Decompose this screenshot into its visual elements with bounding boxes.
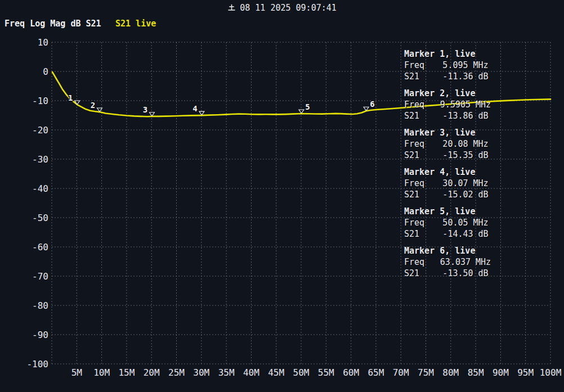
marker-freq-row: Freq63.037 MHz [404,256,522,268]
x-axis-tick-label: 25M [168,367,185,378]
marker-s21-row: S21-15.02 dB [404,189,522,200]
marker-block: Marker 3, liveFreq20.08 MHzS21-15.35 dB [404,127,522,161]
x-axis-tick-label: 60M [343,367,359,378]
x-axis-tick-label: 45M [268,367,284,378]
y-axis-tick-label: -40 [32,183,48,194]
x-axis-tick-label: 35M [218,367,235,378]
freq-value: 30.07 MHz [436,178,495,189]
y-axis-tick-label: -70 [32,271,48,282]
s21-label: S21 [404,110,436,121]
marker-block: Marker 1, liveFreq5.095 MHzS21-11.36 dB [404,48,522,82]
y-axis-tick-label: -20 [32,125,48,136]
marker-s21-row: S21-14.43 dB [404,228,522,240]
marker-s21-row: S21-11.36 dB [404,71,522,82]
x-axis-tick-label: 30M [193,367,209,378]
marker-readout-panel: Marker 1, liveFreq5.095 MHzS21-11.36 dBM… [404,48,522,285]
trace-markers: 123456 [68,93,375,116]
marker-block: Marker 5, liveFreq50.05 MHzS21-14.43 dB [404,206,522,240]
marker-title: Marker 3, live [404,127,522,138]
s21-label: S21 [404,228,436,240]
s21-label: S21 [404,71,436,82]
marker-triangle[interactable] [299,110,304,114]
marker-number[interactable]: 6 [370,100,374,109]
marker-block: Marker 4, liveFreq30.07 MHzS21-15.02 dB [404,166,522,200]
datetime-display: 08 11 2025 09:07:41 [0,3,564,13]
marker-freq-row: Freq20.08 MHz [404,138,522,150]
x-axis-tick-label: 65M [368,367,384,378]
weekday-saturday-kanji-icon [227,3,236,12]
marker-freq-row: Freq30.07 MHz [404,178,522,189]
x-axis-tick-label: 5M [71,367,82,378]
marker-freq-row: Freq50.05 MHz [404,217,522,228]
freq-label: Freq [404,60,436,71]
marker-title: Marker 4, live [404,166,522,178]
x-axis-tick-label: 40M [243,367,259,378]
s21-value: -11.36 dB [436,71,495,82]
marker-title: Marker 6, live [404,245,522,256]
marker-number[interactable]: 3 [143,105,147,114]
marker-freq-row: Freq5.095 MHz [404,60,522,71]
s21-label: S21 [404,189,436,200]
freq-label: Freq [404,138,436,150]
marker-triangle[interactable] [199,111,204,115]
marker-number[interactable]: 1 [68,93,73,102]
y-axis-tick-label: 10 [38,37,48,48]
freq-label: Freq [404,217,436,228]
x-axis-tick-label: 70M [393,367,409,378]
s21-value: -13.86 dB [436,110,495,121]
x-axis-tick-label: 10M [93,367,110,378]
marker-s21-row: S21-15.35 dB [404,150,522,161]
marker-s21-row: S21-13.50 dB [404,268,522,279]
vna-app-window: { "header": { "weekday": "土", "datetime"… [0,0,564,392]
freq-label: Freq [404,99,436,110]
x-axis-tick-label: 100M [540,367,562,378]
marker-title: Marker 5, live [404,206,522,217]
trace-name-label[interactable]: S21 live [115,19,156,29]
freq-value: 50.05 MHz [436,217,495,228]
y-axis-tick-label: -60 [32,242,48,253]
x-axis-tick-label: 75M [418,367,434,378]
x-axis-tick-label: 20M [144,367,160,378]
y-axis-tick-label: -90 [32,330,48,340]
marker-triangle[interactable] [149,112,154,116]
freq-value: 9.5905 MHz [436,99,495,110]
s21-value: -14.43 dB [436,228,495,240]
y-axis-tick-label: -30 [32,154,48,165]
s21-value: -13.50 dB [436,268,495,279]
trace-format-label: Freq Log Mag dB S21 [5,19,101,29]
y-axis-tick-label: 0 [43,66,48,77]
y-axis-tick-label: -100 [26,359,48,370]
marker-title: Marker 1, live [404,48,522,60]
y-axis-tick-label: -10 [32,96,48,106]
x-axis-tick-label: 50M [293,367,310,378]
freq-value: 5.095 MHz [436,60,495,71]
freq-label: Freq [404,256,436,268]
freq-value: 63.037 MHz [436,256,495,268]
marker-number[interactable]: 5 [305,102,310,111]
x-axis-tick-label: 55M [318,367,334,378]
s21-value: -15.02 dB [436,189,495,200]
marker-number[interactable]: 4 [193,104,197,113]
marker-freq-row: Freq9.5905 MHz [404,99,522,110]
marker-block: Marker 2, liveFreq9.5905 MHzS21-13.86 dB [404,88,522,121]
x-axis-tick-label: 80M [442,367,459,378]
x-axis-tick-label: 85M [468,367,484,378]
y-axis-tick-label: -50 [32,213,48,223]
y-axis-tick-label: -80 [32,300,48,311]
marker-block: Marker 6, liveFreq63.037 MHzS21-13.50 dB [404,245,522,279]
x-axis-tick-label: 15M [118,367,135,378]
s21-value: -15.35 dB [436,150,495,161]
datetime-text: 08 11 2025 09:07:41 [240,3,337,13]
freq-value: 20.08 MHz [436,138,495,150]
x-axis-tick-label: 95M [517,367,534,378]
x-axis-tick-label: 90M [493,367,509,378]
marker-s21-row: S21-13.86 dB [404,110,522,121]
marker-title: Marker 2, live [404,88,522,99]
s21-label: S21 [404,268,436,279]
s21-label: S21 [404,150,436,161]
marker-number[interactable]: 2 [91,101,95,110]
freq-label: Freq [404,178,436,189]
